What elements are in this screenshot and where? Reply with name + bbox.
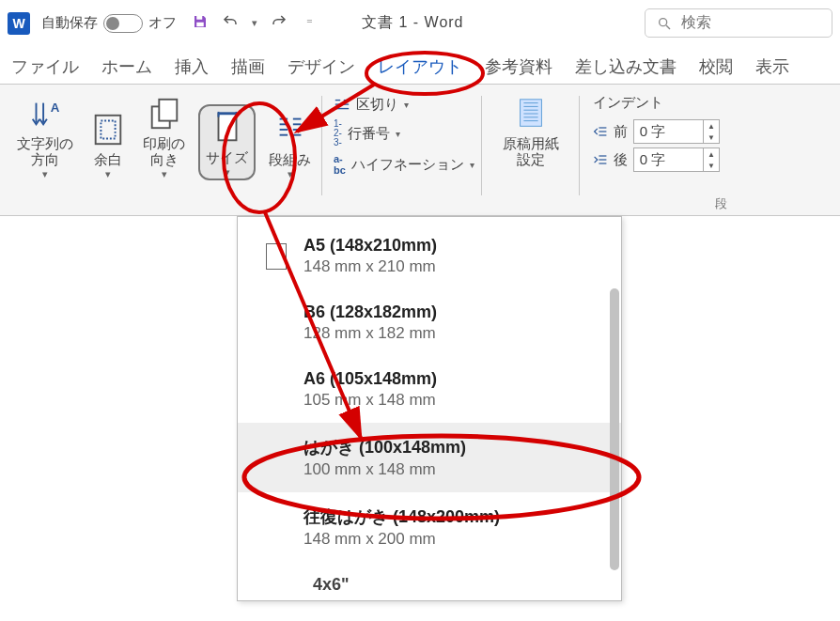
size-option-name: 4x6" xyxy=(313,575,350,594)
title-bar: W 自動保存 オフ ▾ ⁼ 文書 1 - Word 検索 xyxy=(0,0,840,47)
tab-draw[interactable]: 描画 xyxy=(231,55,265,84)
tab-layout[interactable]: レイアウト xyxy=(378,55,462,84)
undo-icon[interactable] xyxy=(222,13,239,34)
manuscript-button[interactable]: 原稿用紙 設定 xyxy=(499,92,563,172)
size-option-a6[interactable]: A6 (105x148mm) 105 mm x 148 mm xyxy=(238,356,621,423)
indent-after-icon xyxy=(593,152,608,167)
indent-after-input[interactable]: 0 字 ▲▼ xyxy=(633,147,720,172)
dropdown-scrollbar[interactable] xyxy=(608,223,619,595)
tab-insert[interactable]: 挿入 xyxy=(175,55,209,84)
autosave-label: 自動保存 xyxy=(41,14,98,32)
tab-review[interactable]: 校閲 xyxy=(699,55,733,84)
manuscript-label: 原稿用紙 設定 xyxy=(503,135,559,168)
text-direction-button[interactable]: A 文字列の 方向 ▾ xyxy=(13,92,77,180)
orientation-button[interactable]: 印刷の 向き ▾ xyxy=(139,92,189,180)
columns-label: 段組み xyxy=(269,151,311,167)
tab-design[interactable]: デザイン xyxy=(288,55,355,84)
qat-overflow-icon[interactable]: ⁼ xyxy=(306,16,313,30)
breaks-button[interactable]: 区切り ▾ xyxy=(334,96,474,114)
spin-down-icon[interactable]: ▼ xyxy=(704,132,719,143)
ribbon: A 文字列の 方向 ▾ 余白 ▾ 印刷の 向き ▾ サイズ ▾ 段組み xyxy=(0,85,840,216)
chevron-down-icon: ▾ xyxy=(162,172,167,178)
hyphenation-button[interactable]: a-bc ハイフネーション ▾ xyxy=(334,153,474,176)
columns-button[interactable]: 段組み ▾ xyxy=(265,108,315,180)
group-dialog-label[interactable]: 段 xyxy=(715,195,727,212)
hyphenation-icon: a-bc xyxy=(334,153,346,176)
spin-up-icon[interactable]: ▲ xyxy=(704,148,719,160)
svg-rect-26 xyxy=(520,100,541,127)
svg-rect-7 xyxy=(96,116,121,144)
svg-rect-1 xyxy=(196,22,204,26)
size-label: サイズ xyxy=(206,149,248,165)
svg-rect-8 xyxy=(101,121,115,139)
undo-chevron-icon[interactable]: ▾ xyxy=(252,17,257,29)
svg-line-3 xyxy=(666,25,670,29)
indent-after-label: 後 xyxy=(614,151,628,169)
spin-up-icon[interactable]: ▲ xyxy=(704,120,719,132)
size-dropdown: A5 (148x210mm) 148 mm x 210 mm B6 (128x1… xyxy=(237,216,622,601)
size-option-dim: 148 mm x 210 mm xyxy=(303,257,437,276)
indent-before-input[interactable]: 0 字 ▲▼ xyxy=(633,119,720,144)
margins-button[interactable]: 余白 ▾ xyxy=(86,108,130,180)
margins-label: 余白 xyxy=(94,151,122,167)
save-icon[interactable] xyxy=(192,13,209,34)
spin-down-icon[interactable]: ▼ xyxy=(704,160,719,171)
chevron-down-icon: ▾ xyxy=(288,172,293,178)
document-title: 文書 1 - Word xyxy=(362,13,464,33)
svg-rect-10 xyxy=(159,100,177,121)
size-option-dim: 128 mm x 182 mm xyxy=(303,324,437,343)
breaks-label: 区切り xyxy=(356,96,398,114)
tab-file[interactable]: ファイル xyxy=(11,55,79,84)
toggle-icon[interactable] xyxy=(103,14,143,33)
size-option-reply-hagaki[interactable]: 往復はがき (148x200mm) 148 mm x 200 mm xyxy=(238,492,621,562)
size-option-name: はがき (100x148mm) xyxy=(303,436,466,458)
breaks-group: 区切り ▾ 1-2-3- 行番号 ▾ a-bc ハイフネーション ▾ xyxy=(322,92,482,212)
size-option-hagaki[interactable]: はがき (100x148mm) 100 mm x 148 mm xyxy=(238,423,621,492)
tab-mailings[interactable]: 差し込み文書 xyxy=(575,55,677,84)
indent-before-icon xyxy=(593,124,608,139)
chevron-down-icon: ▾ xyxy=(42,172,48,178)
tab-references[interactable]: 参考資料 xyxy=(485,55,552,84)
svg-text:A: A xyxy=(51,101,60,115)
indent-before-value: 0 字 xyxy=(634,123,703,141)
size-option-a5[interactable]: A5 (148x210mm) 148 mm x 210 mm xyxy=(238,223,621,289)
indent-group: インデント 前 0 字 ▲▼ 後 0 字 ▲▼ 段 xyxy=(580,92,733,212)
chevron-down-icon: ▾ xyxy=(470,160,474,170)
size-option-name: 往復はがき (148x200mm) xyxy=(303,505,500,528)
autosave-state: オフ xyxy=(148,14,177,32)
svg-rect-0 xyxy=(196,16,202,20)
line-numbers-icon: 1-2-3- xyxy=(334,119,342,147)
manuscript-group: 原稿用紙 設定 xyxy=(482,92,580,212)
indent-before-label: 前 xyxy=(614,123,628,141)
autosave-toggle[interactable]: 自動保存 オフ xyxy=(41,14,177,33)
chevron-down-icon: ▾ xyxy=(396,129,400,139)
chevron-down-icon: ▾ xyxy=(225,170,230,176)
orientation-label: 印刷の 向き xyxy=(143,135,185,168)
word-app-icon: W xyxy=(8,12,30,35)
size-option-name: A5 (148x210mm) xyxy=(303,236,437,256)
tab-home[interactable]: ホーム xyxy=(101,55,152,84)
chevron-down-icon: ▾ xyxy=(105,172,111,178)
line-numbers-button[interactable]: 1-2-3- 行番号 ▾ xyxy=(334,119,474,147)
search-icon xyxy=(657,16,672,31)
redo-icon[interactable] xyxy=(271,13,288,34)
size-button[interactable]: サイズ ▾ xyxy=(198,104,256,180)
hyphenation-label: ハイフネーション xyxy=(351,156,464,174)
svg-rect-11 xyxy=(218,114,236,141)
size-option-name: A6 (105x148mm) xyxy=(303,369,437,389)
svg-point-2 xyxy=(660,18,667,25)
line-numbers-label: 行番号 xyxy=(348,125,390,143)
search-placeholder: 検索 xyxy=(681,13,711,33)
search-box[interactable]: 検索 xyxy=(645,8,832,38)
text-direction-label: 文字列の 方向 xyxy=(17,135,73,168)
size-option-dim: 105 mm x 148 mm xyxy=(303,391,437,410)
size-option-dim: 100 mm x 148 mm xyxy=(303,460,466,479)
size-option-4x6[interactable]: 4x6" xyxy=(238,562,621,595)
size-option-b6[interactable]: B6 (128x182mm) 128 mm x 182 mm xyxy=(238,289,621,356)
size-option-dim: 148 mm x 200 mm xyxy=(303,530,500,549)
scrollbar-thumb[interactable] xyxy=(610,288,619,570)
page-setup-group: A 文字列の 方向 ▾ 余白 ▾ 印刷の 向き ▾ サイズ ▾ 段組み xyxy=(6,92,322,212)
quick-access-toolbar: ▾ ⁼ xyxy=(192,13,313,34)
page-icon xyxy=(266,243,287,270)
tab-view[interactable]: 表示 xyxy=(755,55,789,84)
